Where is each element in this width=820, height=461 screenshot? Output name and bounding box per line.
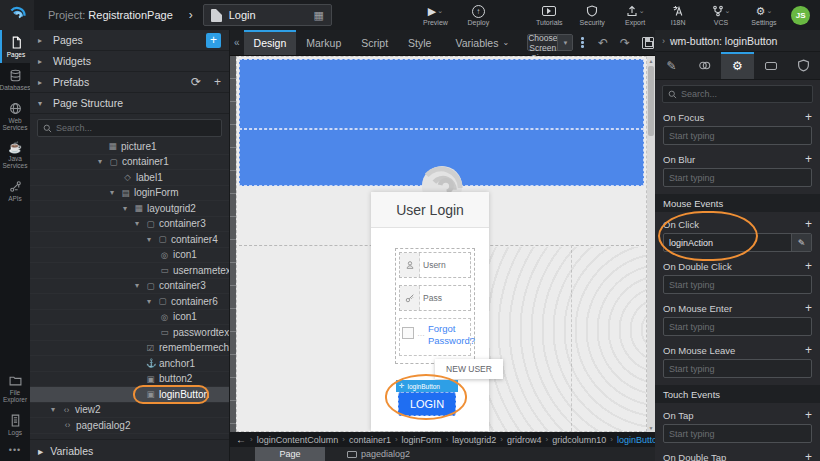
more-icon[interactable] <box>0 441 30 461</box>
grid-icon[interactable] <box>314 9 324 22</box>
page-preview[interactable]: User Login Forgot Pa <box>236 56 647 432</box>
export-button[interactable]: Export <box>614 0 657 30</box>
chevron-down-icon[interactable] <box>110 188 117 197</box>
tree-item-container3b[interactable]: container3 <box>30 279 229 295</box>
chevron-right-icon[interactable] <box>38 78 46 87</box>
chevron-down-icon[interactable] <box>147 297 154 306</box>
username-row[interactable] <box>399 252 471 278</box>
on-click-input[interactable] <box>664 234 791 251</box>
tree-item-icon1b[interactable]: icon1 <box>30 310 229 326</box>
breadcrumb-item-current[interactable]: loginButton <box>617 435 655 445</box>
tree-item-passwordtext[interactable]: passwordtext <box>30 325 229 341</box>
breadcrumb-item[interactable]: loginForm <box>402 435 442 445</box>
tree-item-pagedialog2[interactable]: pagedialog2 <box>30 418 229 434</box>
collapse-panel-icon[interactable] <box>662 36 665 46</box>
add-action-button[interactable] <box>805 450 812 461</box>
chevron-right-icon[interactable] <box>38 445 43 457</box>
rail-item-java-services[interactable]: Java Services <box>0 136 30 174</box>
selected-widget-tag[interactable]: loginButton <box>396 380 458 392</box>
save-button[interactable] <box>642 37 654 49</box>
tab-styles[interactable] <box>688 52 721 79</box>
breadcrumb-item[interactable]: gridrow4 <box>507 435 542 445</box>
password-row[interactable] <box>399 285 471 311</box>
scroll-down-icon[interactable] <box>647 423 655 432</box>
tab-events[interactable] <box>721 52 754 79</box>
tab-pagedialog2[interactable]: pagedialog2 <box>347 449 410 459</box>
tree-item-container3[interactable]: container3 <box>30 217 229 233</box>
tree-item-container4[interactable]: container4 <box>30 232 229 248</box>
tab-security[interactable] <box>787 52 820 79</box>
structure-search[interactable] <box>37 119 222 137</box>
scrollbar-thumb[interactable] <box>648 66 654 136</box>
more-options-icon[interactable] <box>581 37 584 48</box>
scroll-up-icon[interactable] <box>647 56 655 65</box>
tree-item-label1[interactable]: label1 <box>30 170 229 186</box>
tab-markup[interactable]: Markup <box>296 30 351 55</box>
preview-button[interactable]: Preview <box>414 0 457 30</box>
section-prefabs[interactable]: Prefabs <box>30 72 229 93</box>
chevron-down-icon[interactable] <box>98 157 105 166</box>
chevron-down-icon[interactable] <box>51 405 58 414</box>
tab-mobile[interactable] <box>754 52 787 79</box>
i18n-button[interactable]: I18N <box>657 0 700 30</box>
on-blur-input[interactable] <box>664 169 811 186</box>
chevron-down-icon[interactable] <box>123 204 130 213</box>
new-user-link[interactable]: NEW USER <box>435 359 503 379</box>
on-focus-input[interactable] <box>664 127 811 144</box>
tree-item-loginform[interactable]: loginForm <box>30 186 229 202</box>
tree-item-loginbutton-selected[interactable]: loginButton <box>30 387 229 403</box>
deploy-button[interactable]: ↑ Deploy <box>457 0 500 30</box>
security-button[interactable]: Security <box>571 0 614 30</box>
tree-item-layoutgrid2[interactable]: layoutgrid2 <box>30 201 229 217</box>
tab-properties[interactable] <box>655 52 688 79</box>
rail-item-web-services[interactable]: Web Services <box>0 96 30 136</box>
breadcrumb-item[interactable]: container1 <box>349 435 391 445</box>
tree-item-anchor1[interactable]: anchor1 <box>30 356 229 372</box>
tree-item-container1[interactable]: container1 <box>30 155 229 171</box>
login-form-column[interactable]: User Login Forgot Pa <box>371 192 489 431</box>
events-search[interactable] <box>662 85 813 103</box>
rail-item-apis[interactable]: APIs <box>0 174 30 207</box>
section-widgets[interactable]: Widgets <box>30 51 229 72</box>
chevron-right-icon[interactable] <box>38 36 46 45</box>
breadcrumb-item[interactable]: gridcolumn10 <box>552 435 606 445</box>
tab-style[interactable]: Style <box>398 30 441 55</box>
forgot-password-link[interactable]: Forgot Password? <box>428 323 475 347</box>
chevron-down-icon[interactable] <box>135 281 142 290</box>
chevron-down-icon[interactable] <box>437 7 443 15</box>
tree-item-icon1[interactable]: icon1 <box>30 248 229 264</box>
tree-item-remembermecheck[interactable]: remembermecheck <box>30 341 229 357</box>
chevron-down-icon[interactable] <box>147 235 154 244</box>
login-form-grid[interactable]: Forgot Password? <box>395 248 475 364</box>
chevron-down-icon[interactable] <box>725 7 731 15</box>
tree-item-view2[interactable]: view2 <box>30 403 229 419</box>
redo-button[interactable] <box>614 36 636 50</box>
chevron-down-icon[interactable] <box>38 99 46 108</box>
tree-item-picture1[interactable]: picture1 <box>30 139 229 155</box>
tab-variables[interactable]: Variables <box>441 30 519 55</box>
on-tap-input[interactable] <box>664 425 811 442</box>
remember-forgot-row[interactable]: Forgot Password? <box>399 318 471 356</box>
add-action-button[interactable] <box>805 408 812 422</box>
refresh-icon[interactable] <box>191 75 201 89</box>
user-avatar[interactable]: JS <box>791 6 810 25</box>
screen-size-dropdown[interactable]: – Choose Screen Size – <box>527 34 573 51</box>
on-mouse-enter-input[interactable] <box>664 318 811 335</box>
on-double-click-input[interactable] <box>664 276 811 293</box>
collapse-left-icon[interactable] <box>230 37 244 48</box>
tab-page[interactable]: Page <box>255 447 325 461</box>
section-variables[interactable]: Variables <box>30 439 229 461</box>
edit-action-button[interactable] <box>791 234 811 251</box>
add-prefab-button[interactable] <box>214 75 221 89</box>
tab-script[interactable]: Script <box>351 30 398 55</box>
add-action-button[interactable] <box>805 110 812 124</box>
password-input[interactable] <box>420 286 470 310</box>
structure-search-input[interactable] <box>56 123 216 133</box>
breadcrumb-item[interactable]: loginContentColumn <box>257 435 339 445</box>
chevron-right-icon[interactable] <box>38 57 46 66</box>
breadcrumb-item[interactable]: layoutgrid2 <box>452 435 496 445</box>
add-action-button[interactable] <box>805 259 812 273</box>
tree-item-usernametext[interactable]: usernametext <box>30 263 229 279</box>
rail-item-logs[interactable]: Logs <box>0 408 30 441</box>
add-action-button[interactable] <box>805 343 812 357</box>
